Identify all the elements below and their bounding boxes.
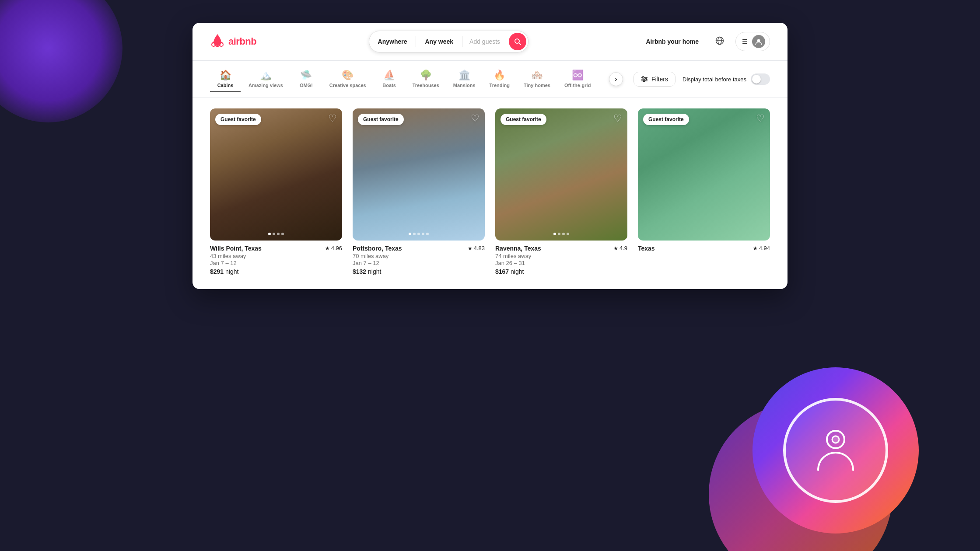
listing-card-1[interactable]: Guest favorite ♡ Wills Point, Texas ★ 4.… [210,108,342,275]
card-distance: 74 miles away [495,253,627,259]
category-label-treehouses: Treehouses [413,83,439,88]
category-item-trending[interactable]: 🔥 Trending [483,66,516,92]
carousel-dot [273,233,275,235]
tax-toggle-switch[interactable] [751,73,770,85]
wishlist-button[interactable]: ♡ [756,114,765,123]
main-window: airbnb Anywhere Any week Add guests Airb… [192,23,788,289]
wishlist-button[interactable]: ♡ [613,114,622,123]
logo[interactable]: airbnb [210,33,256,50]
card-title-row: Wills Point, Texas ★ 4.96 [210,245,342,252]
category-item-cabins[interactable]: 🏠 Cabins [210,66,241,92]
svg-point-12 [827,431,844,448]
carousel-dot [413,233,416,235]
menu-avatar[interactable]: ☰ [735,32,770,51]
filters-button[interactable]: Filters [634,72,676,87]
card-location: Wills Point, Texas [210,245,262,252]
magnifier-overlay [752,367,936,551]
svg-line-1 [519,43,521,45]
svg-point-11 [643,80,645,82]
guest-favorite-badge: Guest favorite [215,114,261,125]
search-bar: Anywhere Any week Add guests [369,31,529,52]
header-right: Airbnb your home ☰ [640,32,770,52]
magnifier-glass [783,398,888,503]
card-price: $291 night [210,268,342,275]
tax-toggle-label: Display total before taxes [682,76,746,83]
dates-search[interactable]: Any week [416,34,462,49]
category-label-off-the-grid: Off-the-grid [564,83,591,88]
category-item-amazing-views[interactable]: 🏔️ Amazing views [242,66,289,92]
carousel-dots [409,233,429,235]
carousel-dots [553,233,569,235]
listing-card-4[interactable]: Guest favorite ♡ Texas ★ 4.94 [638,108,770,275]
wishlist-button[interactable]: ♡ [471,114,480,123]
category-next-arrow[interactable]: › [609,72,623,86]
header: airbnb Anywhere Any week Add guests Airb… [192,23,788,61]
airbnb-home-button[interactable]: Airbnb your home [640,34,704,49]
category-label-amazing-views: Amazing views [248,83,283,88]
card-info: Texas ★ 4.94 [638,241,770,252]
card-distance: 70 miles away [353,253,485,259]
category-item-off-the-grid[interactable]: ♾️ Off-the-grid [558,66,597,92]
category-label-tiny-homes: Tiny homes [524,83,550,88]
carousel-dot [567,233,569,235]
card-location: Ravenna, Texas [495,245,541,252]
carousel-dot [553,233,556,235]
carousel-dot [426,233,429,235]
card-image-wrapper: Guest favorite ♡ [495,108,627,241]
card-image [495,108,627,241]
listing-card-2[interactable]: Guest favorite ♡ Pottsboro, Texas ★ 4.83… [353,108,485,275]
category-item-mansions[interactable]: 🏛️ Mansions [447,66,482,92]
card-dates: Jan 7 – 12 [210,260,342,266]
card-image [210,108,342,241]
listing-card-3[interactable]: Guest favorite ♡ Ravenna, Texas ★ 4.9 74… [495,108,627,275]
card-dates: Jan 7 – 12 [353,260,485,266]
guests-search[interactable]: Add guests [462,34,507,49]
carousel-dot [277,233,280,235]
filters-label: Filters [651,76,668,83]
svg-point-9 [642,77,644,78]
guest-favorite-badge: Guest favorite [500,114,546,125]
category-label-trending: Trending [490,83,510,88]
tax-toggle-section: Display total before taxes [682,73,770,85]
carousel-dot [417,233,420,235]
card-image [638,108,770,241]
magnifier-decoration [752,367,919,534]
guest-favorite-badge: Guest favorite [358,114,404,125]
carousel-dot [409,233,411,235]
bg-gradient-blob [709,402,892,551]
globe-button[interactable] [711,32,728,52]
card-title-row: Ravenna, Texas ★ 4.9 [495,245,627,252]
card-image [353,108,485,241]
category-label-boats: Boats [382,83,396,88]
category-item-treehouses[interactable]: 🌳 Treehouses [406,66,445,92]
star-icon: ★ [753,245,758,251]
card-image-wrapper: Guest favorite ♡ [210,108,342,241]
search-button[interactable] [509,33,526,50]
airbnb-logo-icon [210,33,225,50]
category-item-omg[interactable]: 🛸 OMG! [291,66,322,92]
svg-point-13 [832,436,839,443]
hamburger-icon: ☰ [742,38,748,45]
category-item-creative-spaces[interactable]: 🎨 Creative spaces [323,66,372,92]
card-distance: 43 miles away [210,253,342,259]
category-item-tiny-homes[interactable]: 🏘️ Tiny homes [518,66,556,92]
filter-section: Filters Display total before taxes [634,72,770,87]
card-rating: ★ 4.9 [613,245,627,251]
card-info: Ravenna, Texas ★ 4.9 74 miles away Jan 2… [495,241,627,275]
magnifier-person-icon [786,401,886,500]
location-search[interactable]: Anywhere [369,34,416,49]
carousel-dot [281,233,284,235]
category-item-boats[interactable]: ⛵ Boats [374,66,405,92]
category-icon-cabins: 🏠 [220,70,231,81]
wishlist-button[interactable]: ♡ [328,114,337,123]
card-location: Texas [638,245,655,252]
star-icon: ★ [613,245,618,251]
carousel-dot [558,233,560,235]
category-icon-creative-spaces: 🎨 [342,70,354,81]
card-price: $132 night [353,268,485,275]
card-rating: ★ 4.96 [325,245,342,251]
category-label-omg: OMG! [300,83,313,88]
category-icon-mansions: 🏛️ [458,70,470,81]
category-icon-treehouses: 🌳 [420,70,432,81]
star-icon: ★ [468,245,472,251]
